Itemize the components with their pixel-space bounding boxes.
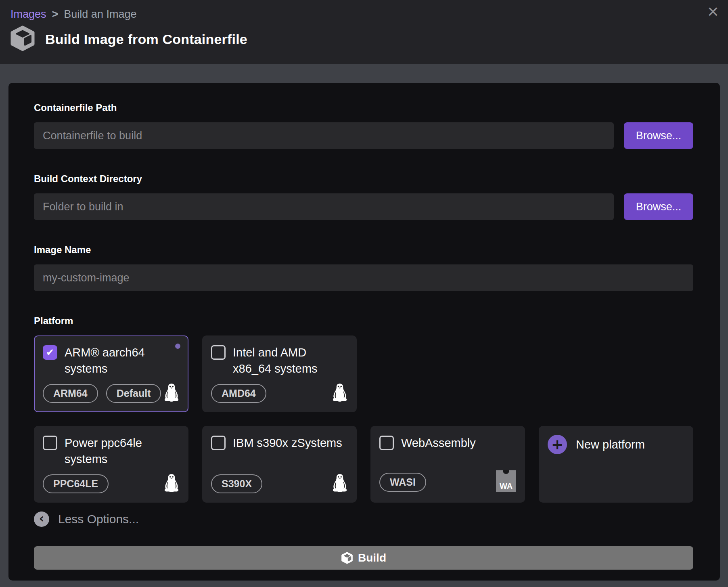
page-title: Build Image from Containerfile (45, 31, 247, 47)
build-button[interactable]: Build (34, 546, 693, 570)
checkmark-icon: ✔ (46, 347, 54, 358)
containerfile-path-label: Containerfile Path (34, 102, 693, 113)
breadcrumb-images-link[interactable]: Images (10, 8, 46, 21)
linux-tux-icon (163, 383, 180, 403)
default-platform-dot (175, 344, 180, 349)
arch-badge: WASI (379, 473, 426, 492)
breadcrumb-separator-icon: > (52, 8, 59, 21)
containerfile-browse-button[interactable]: Browse... (624, 122, 693, 149)
chevron-left-icon: ‹ (34, 512, 49, 527)
arch-badge: S390X (211, 474, 262, 493)
build-cube-icon (341, 552, 353, 564)
svg-text:WA: WA (500, 482, 513, 491)
build-button-label: Build (358, 551, 386, 564)
platform-card-arm64[interactable]: ✔ ARM® aarch64 systems ARM64 Default (34, 335, 188, 412)
platform-card-amd64[interactable]: Intel and AMD x86_64 systems AMD64 (202, 335, 357, 412)
page-header: Images > Build an Image Build Image from… (0, 0, 728, 64)
less-options-toggle[interactable]: ‹ Less Options... (34, 512, 139, 527)
platform-card-ppc64le[interactable]: Power ppc64le systems PPC64LE (34, 426, 188, 503)
plus-icon: + (548, 435, 567, 454)
linux-tux-icon (163, 474, 180, 494)
platform-card-wasm[interactable]: WebAssembly WASI WA (370, 426, 525, 503)
platform-card-title: Intel and AMD x86_64 systems (233, 344, 348, 377)
context-directory-label: Build Context Directory (34, 173, 693, 184)
arch-badge: AMD64 (211, 384, 266, 403)
build-form-panel: Containerfile Path Browse... Build Conte… (8, 83, 720, 581)
webassembly-logo-icon: WA (496, 470, 516, 494)
image-cube-icon (9, 25, 36, 53)
breadcrumb: Images > Build an Image (9, 8, 718, 21)
image-name-label: Image Name (34, 244, 693, 256)
image-name-input[interactable] (34, 264, 693, 291)
arch-badge: PPC64LE (43, 474, 109, 493)
platform-card-title: Power ppc64le systems (65, 435, 180, 467)
arch-badge: ARM64 (43, 384, 98, 403)
amd64-checkbox[interactable] (211, 345, 226, 360)
close-icon[interactable]: ✕ (707, 5, 719, 19)
wasm-checkbox[interactable] (379, 436, 394, 450)
platform-label: Platform (34, 315, 693, 327)
platform-card-title: ARM® aarch64 systems (65, 344, 180, 377)
default-badge: Default (106, 384, 161, 403)
context-directory-input[interactable] (34, 193, 614, 220)
platform-card-title: New platform (576, 436, 645, 453)
context-directory-browse-button[interactable]: Browse... (624, 193, 693, 220)
containerfile-path-input[interactable] (34, 122, 614, 149)
less-options-label: Less Options... (58, 512, 139, 526)
breadcrumb-current: Build an Image (64, 8, 136, 21)
ppc64le-checkbox[interactable] (43, 436, 57, 450)
platform-card-title: WebAssembly (401, 435, 476, 451)
platform-card-grid: ✔ ARM® aarch64 systems ARM64 Default Int… (34, 335, 693, 503)
linux-tux-icon (332, 474, 348, 494)
arm64-checkbox[interactable]: ✔ (43, 345, 57, 360)
s390x-checkbox[interactable] (211, 436, 226, 450)
new-platform-card[interactable]: + New platform (539, 426, 693, 503)
platform-card-title: IBM s390x zSystems (233, 435, 342, 451)
linux-tux-icon (332, 383, 348, 403)
platform-card-s390x[interactable]: IBM s390x zSystems S390X (202, 426, 357, 503)
